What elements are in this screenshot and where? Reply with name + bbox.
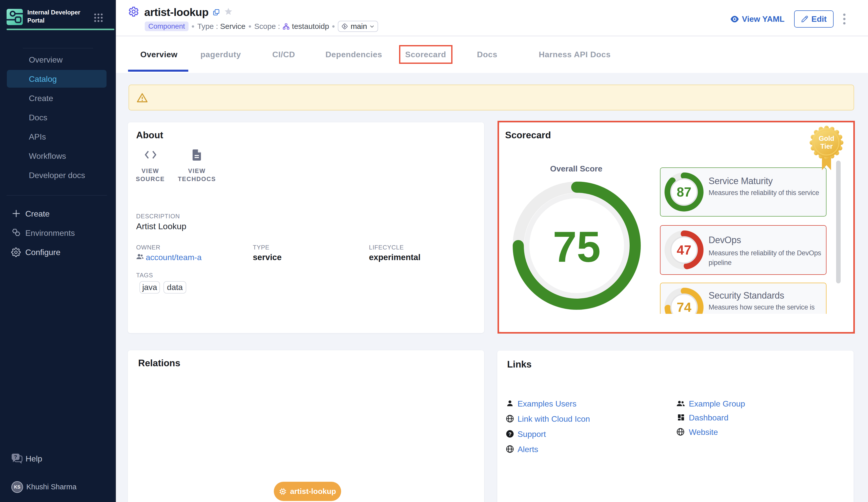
svg-text:?: ? xyxy=(14,454,17,460)
svg-text:?: ? xyxy=(508,431,512,437)
